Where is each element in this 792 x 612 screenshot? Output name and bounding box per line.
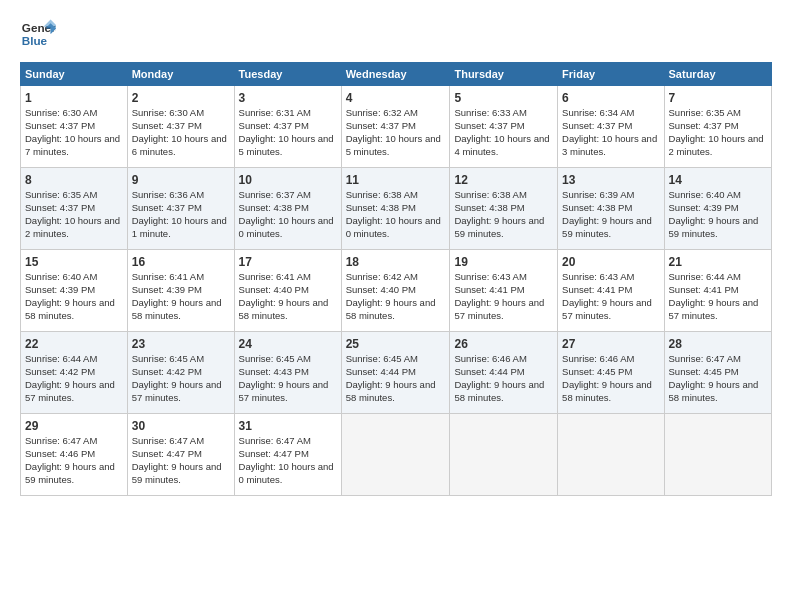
day-number: 14 bbox=[669, 172, 767, 188]
calendar-cell: 10Sunrise: 6:37 AM Sunset: 4:38 PM Dayli… bbox=[234, 168, 341, 250]
header-cell-wednesday: Wednesday bbox=[341, 63, 450, 86]
day-info-line: Sunset: 4:37 PM bbox=[25, 202, 95, 213]
day-info-line: Sunrise: 6:41 AM bbox=[132, 271, 204, 282]
day-info-line: Daylight: 9 hours bbox=[346, 297, 417, 308]
calendar-cell bbox=[341, 414, 450, 496]
day-info-line: Sunrise: 6:44 AM bbox=[25, 353, 97, 364]
calendar-cell: 2Sunrise: 6:30 AM Sunset: 4:37 PM Daylig… bbox=[127, 86, 234, 168]
day-info-line: Daylight: 10 hours bbox=[132, 215, 209, 226]
page: General Blue SundayMondayTuesdayWednesda… bbox=[0, 0, 792, 612]
calendar-header: SundayMondayTuesdayWednesdayThursdayFrid… bbox=[21, 63, 772, 86]
calendar-cell: 25Sunrise: 6:45 AM Sunset: 4:44 PM Dayli… bbox=[341, 332, 450, 414]
calendar-cell: 28Sunrise: 6:47 AM Sunset: 4:45 PM Dayli… bbox=[664, 332, 771, 414]
day-number: 27 bbox=[562, 336, 659, 352]
day-info-line: Daylight: 9 hours bbox=[25, 379, 96, 390]
calendar-table: SundayMondayTuesdayWednesdayThursdayFrid… bbox=[20, 62, 772, 496]
calendar-cell: 9Sunrise: 6:36 AM Sunset: 4:37 PM Daylig… bbox=[127, 168, 234, 250]
day-info-line: Daylight: 10 hours bbox=[132, 133, 209, 144]
calendar-cell: 24Sunrise: 6:45 AM Sunset: 4:43 PM Dayli… bbox=[234, 332, 341, 414]
calendar-cell: 15Sunrise: 6:40 AM Sunset: 4:39 PM Dayli… bbox=[21, 250, 128, 332]
day-info-line: Daylight: 9 hours bbox=[562, 379, 633, 390]
header-cell-saturday: Saturday bbox=[664, 63, 771, 86]
day-info-line: Daylight: 9 hours bbox=[454, 379, 525, 390]
day-number: 17 bbox=[239, 254, 337, 270]
calendar-cell: 6Sunrise: 6:34 AM Sunset: 4:37 PM Daylig… bbox=[558, 86, 664, 168]
day-number: 3 bbox=[239, 90, 337, 106]
day-number: 21 bbox=[669, 254, 767, 270]
day-info-line: Sunrise: 6:45 AM bbox=[132, 353, 204, 364]
day-info-line: Daylight: 10 hours bbox=[346, 133, 423, 144]
calendar-cell: 21Sunrise: 6:44 AM Sunset: 4:41 PM Dayli… bbox=[664, 250, 771, 332]
header-cell-sunday: Sunday bbox=[21, 63, 128, 86]
day-number: 20 bbox=[562, 254, 659, 270]
day-info-line: Sunset: 4:40 PM bbox=[346, 284, 416, 295]
day-info-line: Daylight: 9 hours bbox=[239, 297, 310, 308]
day-number: 28 bbox=[669, 336, 767, 352]
day-info-line: Daylight: 9 hours bbox=[562, 215, 633, 226]
day-info-line: Sunrise: 6:33 AM bbox=[454, 107, 526, 118]
day-number: 25 bbox=[346, 336, 446, 352]
day-info-line: Sunrise: 6:30 AM bbox=[25, 107, 97, 118]
calendar-cell: 4Sunrise: 6:32 AM Sunset: 4:37 PM Daylig… bbox=[341, 86, 450, 168]
header-cell-monday: Monday bbox=[127, 63, 234, 86]
day-info-line: Sunrise: 6:43 AM bbox=[454, 271, 526, 282]
day-number: 30 bbox=[132, 418, 230, 434]
day-info-line: Sunset: 4:45 PM bbox=[669, 366, 739, 377]
day-info-line: Daylight: 9 hours bbox=[669, 215, 740, 226]
week-row-2: 8Sunrise: 6:35 AM Sunset: 4:37 PM Daylig… bbox=[21, 168, 772, 250]
calendar-cell bbox=[664, 414, 771, 496]
day-info-line: Sunset: 4:41 PM bbox=[669, 284, 739, 295]
day-number: 12 bbox=[454, 172, 553, 188]
day-info-line: Sunrise: 6:38 AM bbox=[346, 189, 418, 200]
day-number: 1 bbox=[25, 90, 123, 106]
day-info-line: Sunset: 4:43 PM bbox=[239, 366, 309, 377]
day-info-line: Sunrise: 6:38 AM bbox=[454, 189, 526, 200]
day-info-line: Daylight: 9 hours bbox=[454, 215, 525, 226]
day-info-line: Daylight: 9 hours bbox=[562, 297, 633, 308]
calendar-cell: 17Sunrise: 6:41 AM Sunset: 4:40 PM Dayli… bbox=[234, 250, 341, 332]
calendar-cell: 8Sunrise: 6:35 AM Sunset: 4:37 PM Daylig… bbox=[21, 168, 128, 250]
day-info-line: Sunrise: 6:45 AM bbox=[239, 353, 311, 364]
day-info-line: Sunrise: 6:45 AM bbox=[346, 353, 418, 364]
day-number: 2 bbox=[132, 90, 230, 106]
day-info-line: Sunset: 4:37 PM bbox=[454, 120, 524, 131]
day-info-line: Sunrise: 6:46 AM bbox=[562, 353, 634, 364]
day-info-line: Sunset: 4:40 PM bbox=[239, 284, 309, 295]
day-info-line: Sunset: 4:38 PM bbox=[346, 202, 416, 213]
day-info-line: Sunset: 4:44 PM bbox=[454, 366, 524, 377]
day-number: 10 bbox=[239, 172, 337, 188]
day-info-line: Sunrise: 6:44 AM bbox=[669, 271, 741, 282]
day-info-line: Daylight: 9 hours bbox=[239, 379, 310, 390]
day-info-line: Sunset: 4:47 PM bbox=[132, 448, 202, 459]
day-info-line: Sunset: 4:37 PM bbox=[132, 202, 202, 213]
header-cell-tuesday: Tuesday bbox=[234, 63, 341, 86]
header-row: SundayMondayTuesdayWednesdayThursdayFrid… bbox=[21, 63, 772, 86]
day-info-line: Daylight: 9 hours bbox=[132, 461, 203, 472]
day-info-line: Sunrise: 6:37 AM bbox=[239, 189, 311, 200]
calendar-cell bbox=[450, 414, 558, 496]
day-info-line: Daylight: 9 hours bbox=[669, 297, 740, 308]
day-info-line: Daylight: 10 hours bbox=[669, 133, 746, 144]
day-info-line: Daylight: 9 hours bbox=[25, 297, 96, 308]
calendar-cell: 26Sunrise: 6:46 AM Sunset: 4:44 PM Dayli… bbox=[450, 332, 558, 414]
day-number: 16 bbox=[132, 254, 230, 270]
day-info-line: Daylight: 10 hours bbox=[239, 461, 316, 472]
calendar-cell: 5Sunrise: 6:33 AM Sunset: 4:37 PM Daylig… bbox=[450, 86, 558, 168]
day-info-line: Sunrise: 6:41 AM bbox=[239, 271, 311, 282]
calendar-cell: 19Sunrise: 6:43 AM Sunset: 4:41 PM Dayli… bbox=[450, 250, 558, 332]
calendar-cell: 18Sunrise: 6:42 AM Sunset: 4:40 PM Dayli… bbox=[341, 250, 450, 332]
day-info-line: Sunset: 4:41 PM bbox=[562, 284, 632, 295]
day-number: 29 bbox=[25, 418, 123, 434]
calendar-cell: 14Sunrise: 6:40 AM Sunset: 4:39 PM Dayli… bbox=[664, 168, 771, 250]
calendar-cell: 13Sunrise: 6:39 AM Sunset: 4:38 PM Dayli… bbox=[558, 168, 664, 250]
calendar-cell: 20Sunrise: 6:43 AM Sunset: 4:41 PM Dayli… bbox=[558, 250, 664, 332]
day-info-line: Sunset: 4:45 PM bbox=[562, 366, 632, 377]
day-info-line: Sunset: 4:39 PM bbox=[132, 284, 202, 295]
header-cell-thursday: Thursday bbox=[450, 63, 558, 86]
calendar-cell: 11Sunrise: 6:38 AM Sunset: 4:38 PM Dayli… bbox=[341, 168, 450, 250]
day-info-line: Daylight: 10 hours bbox=[239, 133, 316, 144]
day-info-line: Daylight: 10 hours bbox=[454, 133, 531, 144]
day-info-line: Daylight: 10 hours bbox=[25, 215, 102, 226]
day-info-line: Sunrise: 6:46 AM bbox=[454, 353, 526, 364]
day-info-line: Sunrise: 6:35 AM bbox=[669, 107, 741, 118]
